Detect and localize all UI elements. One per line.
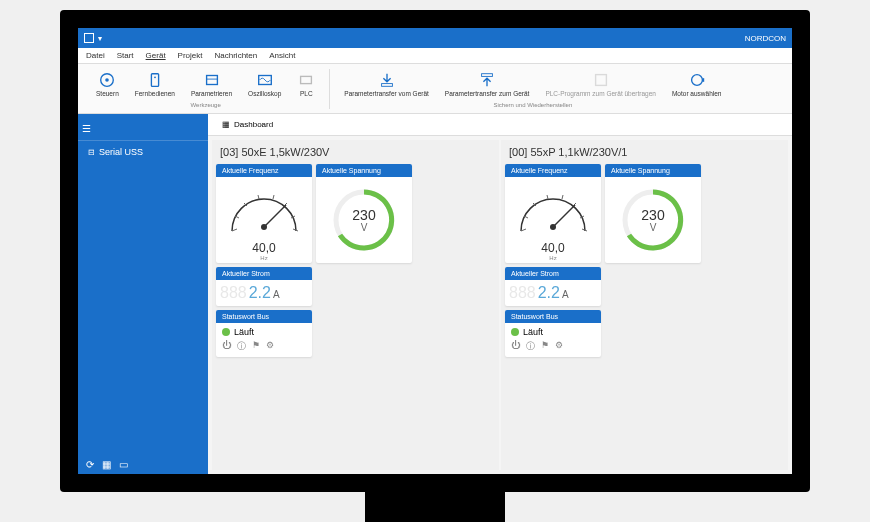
voltage-value: 230: [641, 208, 664, 222]
ribbon: Steuern Fernbedienen Parametrieren: [78, 64, 792, 114]
menubar: Datei Start Gerät Projekt Nachrichten An…: [78, 48, 792, 64]
gauge-frequency: 40,0 Hz: [220, 181, 308, 246]
gauge-value: 40,0: [220, 241, 308, 255]
widget-header: Statuswort Bus: [216, 310, 312, 323]
monitor-frame: ▾ NORDCON Datei Start Gerät Projekt Nach…: [0, 0, 870, 522]
ribbon-param-zum-geraet[interactable]: Parametertransfer zum Gerät: [439, 69, 536, 100]
ribbon-group1-label: Werkzeuge: [191, 102, 221, 108]
svg-line-17: [273, 195, 274, 199]
status-icon-flag: ⚑: [541, 340, 549, 353]
widget-frequency: Aktuelle Frequenz: [216, 164, 312, 263]
status-icon-gear: ⚙: [555, 340, 563, 353]
dashboard-icon: ▦: [222, 120, 230, 129]
gauge-frequency: 40,0 Hz: [509, 181, 597, 246]
svg-rect-10: [595, 75, 606, 86]
gauge-unit: Hz: [509, 255, 597, 261]
svg-point-11: [691, 75, 702, 86]
widget-status: Statuswort Bus Läuft ⏻ ⓘ: [505, 310, 601, 357]
widget-current: Aktueller Strom 8882.2A: [216, 267, 312, 306]
widget-current: Aktueller Strom 8882.2A: [505, 267, 601, 306]
svg-line-21: [264, 205, 286, 227]
status-icons: ⏻ ⓘ ⚑ ⚙: [511, 340, 595, 353]
monitor-stand: [365, 492, 505, 522]
menu-geraet[interactable]: Gerät: [146, 51, 166, 60]
voltage-unit: V: [641, 222, 664, 233]
svg-point-22: [261, 224, 267, 230]
svg-point-3: [154, 77, 156, 79]
tabbar: ▦ Dashboard: [208, 114, 792, 136]
status-text: Läuft: [523, 327, 543, 337]
menu-ansicht[interactable]: Ansicht: [269, 51, 295, 60]
device-panel-1: [00] 55xP 1,1kW/230V/1 Aktuelle Frequenz: [501, 140, 788, 470]
ribbon-oszilloskop[interactable]: Oszilloskop: [242, 69, 287, 100]
ribbon-group2-label: Sichern und Wiederherstellen: [494, 102, 573, 108]
widget-status: Statuswort Bus Läuft ⏻ ⓘ: [216, 310, 312, 357]
ribbon-steuern[interactable]: Steuern: [90, 69, 125, 100]
device-title: [03] 50xE 1,5kW/230V: [216, 144, 495, 160]
widget-voltage: Aktuelle Spannung: [605, 164, 701, 263]
titlebar: ▾ NORDCON: [78, 28, 792, 48]
status-icon-flag: ⚑: [252, 340, 260, 353]
svg-rect-4: [206, 76, 217, 85]
device-title: [00] 55xP 1,1kW/230V/1: [505, 144, 784, 160]
ribbon-divider: [329, 69, 330, 109]
current-display: 8882.2A: [216, 280, 312, 306]
gauge-unit: Hz: [220, 255, 308, 261]
status-icon-info: ⓘ: [526, 340, 535, 353]
status-icon-power: ⏻: [222, 340, 231, 353]
sidebar-icon-2[interactable]: ▦: [102, 459, 111, 470]
ribbon-motor-auswaehlen[interactable]: Motor auswählen: [666, 69, 728, 100]
sidebar-item-label: Serial USS: [99, 147, 143, 157]
widget-header: Aktuelle Spannung: [605, 164, 701, 177]
app-title: NORDCON: [745, 34, 786, 43]
ribbon-param-vom-geraet[interactable]: Parametertransfer vom Gerät: [338, 69, 435, 100]
titlebar-icon-save[interactable]: ▾: [98, 34, 102, 43]
sidebar: ☰ Serial USS ⟳ ▦ ▭: [78, 114, 208, 474]
svg-rect-8: [381, 84, 392, 87]
voltage-donut: 230 V: [618, 185, 688, 255]
svg-rect-2: [151, 74, 158, 87]
ribbon-fernbedienen[interactable]: Fernbedienen: [129, 69, 181, 100]
status-icon-power: ⏻: [511, 340, 520, 353]
svg-rect-9: [482, 74, 493, 77]
widget-voltage: Aktuelle Spannung: [316, 164, 412, 263]
status-icons: ⏻ ⓘ ⚑ ⚙: [222, 340, 306, 353]
gauge-value: 40,0: [509, 241, 597, 255]
ribbon-plc-programm[interactable]: PLC-Programm zum Gerät übertragen: [539, 69, 662, 100]
sidebar-bottom-icons: ⟳ ▦ ▭: [78, 455, 208, 474]
sidebar-icon-1[interactable]: ⟳: [86, 459, 94, 470]
current-display: 8882.2A: [505, 280, 601, 306]
device-panel-0: [03] 50xE 1,5kW/230V Aktuelle Frequenz: [212, 140, 499, 470]
menu-nachrichten[interactable]: Nachrichten: [215, 51, 258, 60]
menu-start[interactable]: Start: [117, 51, 134, 60]
tab-dashboard[interactable]: ▦ Dashboard: [214, 116, 281, 133]
voltage-unit: V: [352, 222, 375, 233]
status-dot-icon: [222, 328, 230, 336]
ribbon-parametrieren[interactable]: Parametrieren: [185, 69, 238, 100]
status-icon-gear: ⚙: [266, 340, 274, 353]
svg-rect-12: [702, 78, 704, 82]
svg-line-27: [547, 195, 548, 199]
dashboard: [03] 50xE 1,5kW/230V Aktuelle Frequenz: [208, 136, 792, 474]
widget-header: Aktueller Strom: [505, 267, 601, 280]
menu-datei[interactable]: Datei: [86, 51, 105, 60]
svg-line-16: [258, 195, 259, 199]
sidebar-icon-3[interactable]: ▭: [119, 459, 128, 470]
svg-line-32: [553, 205, 575, 227]
sidebar-toggle[interactable]: ☰: [78, 114, 208, 141]
widget-header: Aktuelle Spannung: [316, 164, 412, 177]
widget-header: Statuswort Bus: [505, 310, 601, 323]
app-window: ▾ NORDCON Datei Start Gerät Projekt Nach…: [78, 28, 792, 474]
hamburger-icon: ☰: [82, 123, 91, 134]
status-icon-info: ⓘ: [237, 340, 246, 353]
widget-frequency: Aktuelle Frequenz: [505, 164, 601, 263]
monitor-bezel: ▾ NORDCON Datei Start Gerät Projekt Nach…: [60, 10, 810, 492]
widget-header: Aktuelle Frequenz: [505, 164, 601, 177]
menu-projekt[interactable]: Projekt: [178, 51, 203, 60]
ribbon-plc[interactable]: PLC: [291, 69, 321, 100]
status-text: Läuft: [234, 327, 254, 337]
voltage-value: 230: [352, 208, 375, 222]
svg-line-28: [562, 195, 563, 199]
widget-header: Aktuelle Frequenz: [216, 164, 312, 177]
sidebar-item-serial-uss[interactable]: Serial USS: [78, 141, 208, 163]
